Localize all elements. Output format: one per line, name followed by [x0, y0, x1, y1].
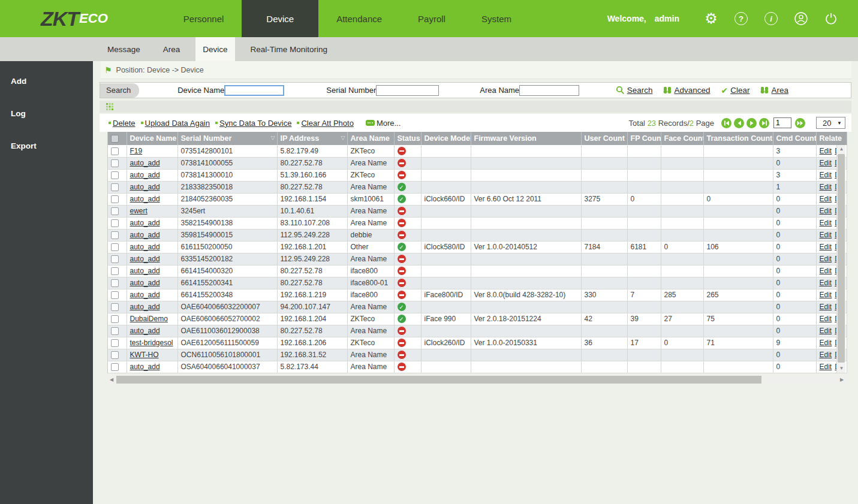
row-checkbox[interactable] — [111, 339, 119, 347]
device-name-link[interactable]: auto_add — [130, 159, 160, 167]
tab-message[interactable]: Message — [100, 37, 147, 61]
device-name-link[interactable]: KWT-HO — [130, 351, 159, 359]
sidebar-item-log[interactable]: Log — [0, 101, 93, 126]
sort-icon[interactable]: ▽ — [271, 135, 275, 141]
device-name-link[interactable]: auto_add — [130, 303, 160, 311]
edit-link[interactable]: Edit — [820, 147, 832, 155]
device-name-link[interactable]: auto_add — [130, 183, 160, 191]
first-page-button[interactable] — [721, 118, 731, 128]
column-header[interactable]: Firmware Version — [471, 132, 581, 145]
menu-item-attendance[interactable]: Attendance — [318, 0, 400, 37]
sort-icon[interactable]: ▽ — [341, 135, 345, 141]
column-header[interactable]: Status — [394, 132, 421, 145]
zkteco-logo[interactable]: ZKT ECO — [41, 0, 108, 37]
device-name-link[interactable]: auto_add — [130, 291, 160, 299]
serial-number-input[interactable] — [376, 85, 439, 96]
row-checkbox[interactable] — [111, 195, 119, 203]
row-checkbox[interactable] — [111, 267, 119, 275]
clear-att-photo-button[interactable]: Clear Att Photo — [297, 119, 353, 128]
edit-link[interactable]: Edit — [820, 255, 832, 263]
page-number-input[interactable] — [773, 117, 791, 128]
device-name-link[interactable]: auto_add — [130, 243, 160, 251]
horizontal-scrollbar[interactable]: ◀ ▶ — [107, 375, 846, 384]
row-checkbox[interactable] — [111, 219, 119, 227]
menu-item-payroll[interactable]: Payroll — [400, 0, 463, 37]
edit-link[interactable]: Edit — [820, 339, 832, 347]
power-icon[interactable] — [824, 11, 838, 26]
select-all-checkbox[interactable] — [111, 135, 119, 143]
edit-link[interactable]: Edit — [820, 279, 832, 287]
column-header[interactable]: Serial Number▽ — [177, 132, 277, 145]
row-checkbox[interactable] — [111, 315, 119, 323]
vertical-scrollbar[interactable]: ▲ ▼ — [836, 145, 845, 373]
area-button[interactable]: Area — [760, 86, 788, 95]
scroll-left-icon[interactable]: ◀ — [107, 375, 116, 384]
area-name-input[interactable] — [519, 85, 579, 96]
edit-link[interactable]: Edit — [820, 303, 832, 311]
row-checkbox[interactable] — [111, 171, 119, 179]
column-header[interactable]: Device Model — [421, 132, 471, 145]
column-header[interactable]: Transaction Count — [703, 132, 773, 145]
row-checkbox[interactable] — [111, 159, 119, 167]
edit-link[interactable]: Edit — [820, 195, 832, 203]
scroll-down-icon[interactable]: ▼ — [837, 364, 846, 373]
tab-device[interactable]: Device — [195, 37, 234, 61]
sidebar-item-add[interactable]: Add — [0, 69, 93, 93]
column-header[interactable]: Relate — [816, 132, 847, 145]
row-checkbox[interactable] — [111, 231, 119, 239]
edit-link[interactable]: Edit — [820, 159, 832, 167]
row-checkbox[interactable] — [111, 291, 119, 299]
edit-link[interactable]: Edit — [820, 207, 832, 215]
help-icon[interactable]: ? — [734, 11, 748, 26]
tab-area[interactable]: Area — [156, 37, 188, 61]
device-name-link[interactable]: test-bridgesol — [130, 339, 173, 347]
column-header[interactable]: IP Address▽ — [277, 132, 347, 145]
delete-button[interactable]: Delete — [109, 119, 136, 128]
column-header[interactable]: User Count — [581, 132, 627, 145]
row-checkbox[interactable] — [111, 303, 119, 311]
go-to-page-button[interactable] — [795, 118, 805, 128]
scroll-up-icon[interactable]: ▲ — [837, 145, 846, 153]
device-name-link[interactable]: auto_add — [130, 327, 160, 335]
edit-link[interactable]: Edit — [820, 267, 832, 275]
device-name-link[interactable]: auto_add — [130, 231, 160, 239]
row-checkbox[interactable] — [111, 363, 119, 371]
settings-icon[interactable]: ⚙ — [704, 11, 718, 26]
vertical-scroll-thumb[interactable] — [838, 154, 845, 363]
device-name-link[interactable]: auto_add — [130, 195, 160, 203]
scroll-right-icon[interactable]: ▶ — [838, 375, 846, 384]
row-checkbox[interactable] — [111, 351, 119, 359]
current-username[interactable]: admin — [655, 14, 679, 23]
menu-item-device[interactable]: Device — [242, 0, 318, 37]
column-header[interactable]: Face Count — [661, 132, 703, 145]
edit-link[interactable]: Edit — [820, 363, 832, 371]
device-name-link[interactable]: DubaiDemo — [130, 315, 168, 323]
edit-link[interactable]: Edit — [820, 231, 832, 239]
menu-item-system[interactable]: System — [463, 0, 529, 37]
row-checkbox[interactable] — [111, 183, 119, 191]
row-checkbox[interactable] — [111, 255, 119, 263]
advanced-button[interactable]: Advanced — [663, 86, 710, 95]
edit-link[interactable]: Edit — [820, 327, 832, 335]
row-checkbox[interactable] — [111, 243, 119, 251]
device-name-link[interactable]: auto_add — [130, 171, 160, 179]
column-header[interactable]: Cmd Count — [773, 132, 816, 145]
edit-link[interactable]: Edit — [820, 243, 832, 251]
device-name-link[interactable]: auto_add — [130, 267, 160, 275]
device-name-link[interactable]: auto_add — [130, 279, 160, 287]
search-button[interactable]: Search — [616, 86, 653, 95]
horizontal-scroll-thumb[interactable] — [116, 376, 761, 384]
device-name-link[interactable]: F19 — [130, 147, 143, 155]
menu-item-personnel[interactable]: Personnel — [165, 0, 242, 37]
info-icon[interactable]: i — [764, 11, 778, 26]
edit-link[interactable]: Edit — [820, 291, 832, 299]
edit-link[interactable]: Edit — [820, 351, 832, 359]
user-icon[interactable] — [794, 11, 808, 26]
edit-link[interactable]: Edit — [820, 171, 832, 179]
device-name-link[interactable]: auto_add — [130, 219, 160, 227]
device-name-link[interactable]: ewert — [130, 207, 147, 215]
device-name-input[interactable] — [224, 85, 284, 96]
more-button[interactable]: More... — [366, 119, 401, 128]
grid-icon[interactable] — [106, 103, 113, 110]
edit-link[interactable]: Edit — [820, 183, 832, 191]
